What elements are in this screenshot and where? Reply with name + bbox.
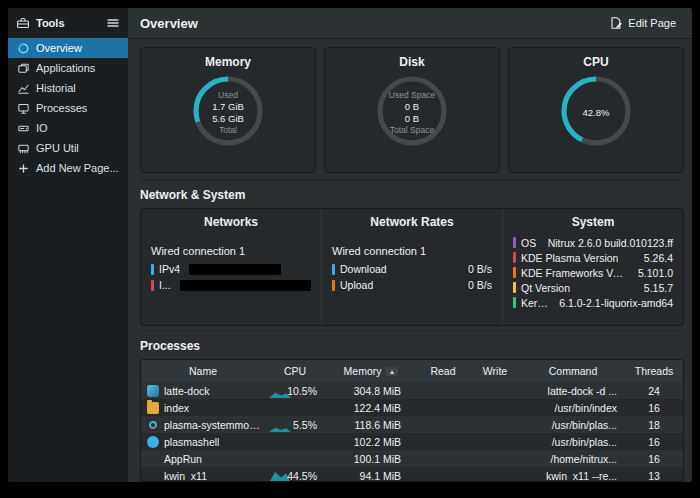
- memory-gauge-text: Used 1.7 GiB 5.6 GiB Total: [188, 71, 268, 155]
- disk-card: Disk Used Space 0 B 0 B Total Space: [324, 47, 500, 173]
- app-window: Tools Overview Applications: [8, 8, 692, 482]
- sidebar-item-label: IO: [36, 122, 48, 134]
- sidebar-item-label: Applications: [36, 62, 95, 74]
- page-title: Overview: [140, 16, 603, 31]
- monitor-icon: [16, 101, 30, 115]
- networks-title: Networks: [151, 215, 311, 229]
- sidebar-item-label: Processes: [36, 102, 87, 114]
- system-monitor-icon: [147, 419, 159, 431]
- plus-icon: [16, 161, 30, 175]
- legend-bar: [513, 252, 516, 263]
- redacted-value: [180, 280, 311, 291]
- edit-page-label: Edit Page: [628, 17, 676, 29]
- sidebar-item-processes[interactable]: Processes: [8, 98, 128, 118]
- system-row-qt: Qt Version 5.15.7: [513, 280, 673, 295]
- disk-gauge: Used Space 0 B 0 B Total Space: [372, 71, 452, 155]
- column-header-memory[interactable]: Memory ▲: [325, 365, 417, 377]
- network-system-heading: Network & System: [140, 179, 684, 208]
- table-row[interactable]: plasmashell 102.2 MiB /usr/bin/plas... 1…: [141, 433, 683, 450]
- edit-page-icon: [609, 16, 623, 30]
- overview-gauge-icon: [16, 41, 30, 55]
- processes-table: Name CPU Memory ▲ Read Write Command Thr…: [140, 359, 684, 482]
- gpu-card-icon: [16, 141, 30, 155]
- column-header-command[interactable]: Command: [521, 365, 625, 377]
- legend-bar: [151, 264, 154, 275]
- page-content: Memory Used 1.7 GiB 5.6 GiB Total: [128, 39, 692, 482]
- sidebar-item-overview[interactable]: Overview: [8, 38, 128, 58]
- hamburger-menu-icon[interactable]: [106, 16, 120, 30]
- processes-table-header: Name CPU Memory ▲ Read Write Command Thr…: [141, 360, 683, 382]
- memory-gauge: Used 1.7 GiB 5.6 GiB Total: [188, 71, 268, 155]
- legend-bar: [513, 297, 516, 308]
- sidebar-item-io[interactable]: IO: [8, 118, 128, 138]
- rate-row-download: Download 0 B/s: [332, 261, 492, 277]
- network-system-card: Networks Wired connection 1 IPv4 I... Ne…: [140, 208, 684, 326]
- sidebar-item-historial[interactable]: Historial: [8, 78, 128, 98]
- column-header-read[interactable]: Read: [417, 365, 469, 377]
- column-header-cpu[interactable]: CPU: [265, 360, 325, 382]
- history-chart-icon: [16, 81, 30, 95]
- cpu-sparkline: [269, 427, 291, 432]
- processes-table-body: latte-dock 10.5% 304.8 MiB latte-dock -d…: [141, 382, 683, 482]
- column-header-write[interactable]: Write: [469, 365, 521, 377]
- disk-card-title: Disk: [325, 48, 499, 69]
- system-row-frameworks: KDE Frameworks Version 5.101.0: [513, 265, 673, 280]
- rates-connection-name: Wired connection 1: [332, 245, 492, 257]
- sidebar-nav: Overview Applications Historial Processe…: [8, 38, 128, 178]
- cpu-card: CPU 42.8%: [508, 47, 684, 173]
- legend-bar: [513, 282, 516, 293]
- column-header-name[interactable]: Name: [141, 365, 265, 377]
- cpu-gauge: 42.8%: [556, 71, 636, 155]
- disk-gauge-text: Used Space 0 B 0 B Total Space: [372, 71, 452, 155]
- sidebar-item-label: GPU Util: [36, 142, 79, 154]
- legend-bar: [513, 237, 516, 248]
- rate-row-upload: Upload 0 B/s: [332, 277, 492, 293]
- sidebar-item-add-new-page[interactable]: Add New Page...: [8, 158, 128, 178]
- network-rates-title: Network Rates: [332, 215, 492, 229]
- edit-page-button[interactable]: Edit Page: [603, 13, 682, 33]
- folder-icon: [147, 402, 159, 414]
- table-row[interactable]: latte-dock 10.5% 304.8 MiB latte-dock -d…: [141, 382, 683, 399]
- table-row[interactable]: kwin_x11 44.5% 94.1 MiB kwin_x11 --re...…: [141, 467, 683, 482]
- table-row[interactable]: plasma-systemmonitor 5.5% 118.6 MiB /usr…: [141, 416, 683, 433]
- column-header-threads[interactable]: Threads: [625, 365, 683, 377]
- latte-dock-icon: [147, 385, 159, 397]
- sidebar-item-label: Add New Page...: [36, 162, 119, 174]
- network-connection-name: Wired connection 1: [151, 245, 311, 257]
- cpu-gauge-text: 42.8%: [556, 71, 636, 155]
- toolbox-icon: [16, 16, 30, 30]
- redacted-value: [189, 264, 281, 275]
- system-row-os: OS Nitrux 2.6.0 build.010123.ff: [513, 235, 673, 250]
- applications-icon: [16, 61, 30, 75]
- sidebar-item-label: Overview: [36, 42, 82, 54]
- table-row[interactable]: index 122.4 MiB /usr/bin/index 16: [141, 399, 683, 416]
- sidebar: Tools Overview Applications: [8, 8, 128, 482]
- legend-bar: [332, 264, 335, 275]
- sidebar-title: Tools: [36, 17, 100, 29]
- cpu-card-title: CPU: [509, 48, 683, 69]
- legend-bar: [513, 267, 516, 278]
- legend-bar: [332, 280, 335, 291]
- memory-card: Memory Used 1.7 GiB 5.6 GiB Total: [140, 47, 316, 173]
- sidebar-item-gpu-util[interactable]: GPU Util: [8, 138, 128, 158]
- main-area: Overview Edit Page Memory: [128, 8, 692, 482]
- system-title: System: [513, 215, 673, 229]
- system-row-plasma: KDE Plasma Version 5.26.4: [513, 250, 673, 265]
- memory-card-title: Memory: [141, 48, 315, 69]
- legend-bar: [151, 280, 154, 291]
- plasmashell-icon: [147, 436, 159, 448]
- network-rates-column: Network Rates Wired connection 1 Downloa…: [321, 209, 502, 325]
- system-row-kernel: Kernel Version 6.1.0-2.1-liquorix-amd64: [513, 295, 673, 310]
- network-row-ipv4: IPv4: [151, 261, 311, 277]
- sidebar-item-label: Historial: [36, 82, 76, 94]
- disk-io-icon: [16, 121, 30, 135]
- network-row-ipv6: I...: [151, 277, 311, 293]
- page-header: Overview Edit Page: [128, 8, 692, 39]
- processes-heading: Processes: [140, 330, 684, 359]
- networks-column: Networks Wired connection 1 IPv4 I...: [141, 209, 321, 325]
- sidebar-item-applications[interactable]: Applications: [8, 58, 128, 78]
- system-column: System OS Nitrux 2.6.0 build.010123.ff K…: [502, 209, 683, 325]
- gauge-cards-row: Memory Used 1.7 GiB 5.6 GiB Total: [140, 47, 684, 173]
- table-row[interactable]: AppRun 100.1 MiB /home/nitrux... 16: [141, 450, 683, 467]
- sidebar-header: Tools: [8, 8, 128, 38]
